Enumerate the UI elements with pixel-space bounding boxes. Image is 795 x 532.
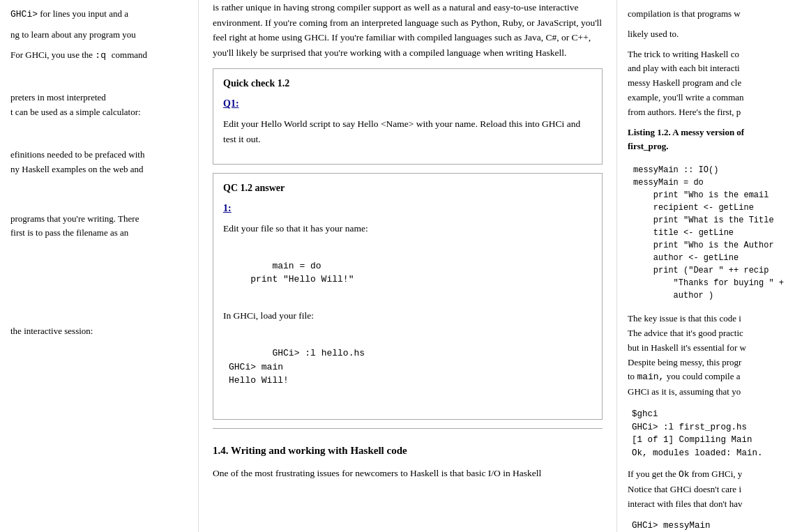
left-para-9: first is to pass the filename as an <box>10 226 188 241</box>
right-intro-1: compilation is that programs w <box>628 7 785 22</box>
title-word: title <box>653 228 679 238</box>
q1-text: Edit your Hello World script to say Hell… <box>223 116 592 146</box>
q1-link[interactable]: Q1: <box>223 96 592 111</box>
left-para-4: preters in most interpreted <box>10 91 188 105</box>
middle-column: is rather unique in having strong compil… <box>199 0 617 532</box>
left-para-1: GHCi> for lines you input and a <box>10 7 188 22</box>
answer-box: QC 1.2 answer 1: Edit your file so that … <box>213 173 603 420</box>
left-column: GHCi> for lines you input and a ng to le… <box>0 0 199 532</box>
code-block-2: GHCi> :l hello.hs GHCi> main Hello Will! <box>223 330 592 404</box>
code-listing-1: messyMain :: IO() messyMain = do print "… <box>628 160 785 306</box>
right-column: compilation is that programs w likely us… <box>617 0 795 532</box>
answer-title: QC 1.2 answer <box>223 181 592 195</box>
a1-link[interactable]: 1: <box>223 201 592 215</box>
a1-text: Edit your file so that it has your name: <box>223 221 592 236</box>
right-intro-2: The trick to writing Haskell co and play… <box>628 47 785 120</box>
ghci-block-1: $ghci GHCi> :l first_prog.hs [1 of 1] Co… <box>628 405 785 463</box>
ghci-block-2: GHCi> messyMain "Who is the email for?" … <box>628 517 785 532</box>
intro-paragraph: is rather unique in having strong compil… <box>213 0 603 60</box>
colon-q-code: :q <box>95 50 111 61</box>
body-text-intro: One of the most frustrating issues for n… <box>213 466 603 481</box>
left-text-block: GHCi> for lines you input and a ng to le… <box>10 7 188 63</box>
left-text-block-3: efinitions needed to be prefaced with ny… <box>10 148 188 177</box>
left-para-6: efinitions needed to be prefaced with <box>10 148 188 162</box>
a1-text-2: In GHCi, load your file: <box>223 308 592 324</box>
quick-check-title: Quick check 1.2 <box>223 76 592 91</box>
listing-title: Listing 1.2. A messy version of first_pr… <box>628 126 785 155</box>
code-block-1: main = do print "Hello Will!" <box>223 243 592 303</box>
left-text-block-5: the interactive session: <box>10 324 188 339</box>
separator <box>213 428 603 429</box>
left-para-7: ny Haskell examples on the web and <box>10 162 188 177</box>
left-para-3: For GHCi, you use the :q command <box>10 48 188 63</box>
analysis-text: The key issue is that this code i The ad… <box>628 312 785 400</box>
left-text-block-2: preters in most interpreted t can be use… <box>10 91 188 120</box>
result-text: If you get the Ok from GHCi, y Notice th… <box>628 467 785 511</box>
left-para-5: t can be used as a simple calculator: <box>10 105 188 120</box>
left-text-block-4: programs that you're writing. There firs… <box>10 212 188 241</box>
quick-check-box: Quick check 1.2 Q1: Edit your Hello Worl… <box>213 68 603 164</box>
left-para-10: the interactive session: <box>10 324 188 339</box>
ok-code: Ok <box>679 469 690 480</box>
right-intro-1-end: likely used to. <box>628 27 785 42</box>
left-para-2: ng to learn about any program you <box>10 28 188 43</box>
main-inline-code: main, <box>637 372 664 382</box>
section-heading-1-4: 1.4. Writing and working with Haskell co… <box>213 443 603 459</box>
ghci-prompt-text: GHCi> <box>10 9 38 20</box>
left-para-8: programs that you're writing. There <box>10 212 188 227</box>
